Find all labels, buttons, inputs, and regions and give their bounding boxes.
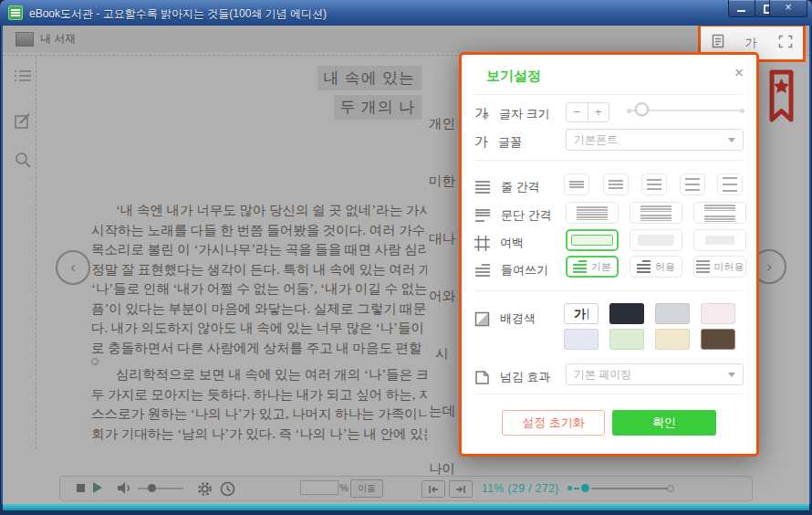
panel-title: 보기설정 <box>486 68 541 85</box>
flip-effect-select[interactable]: 기본 페이징 <box>566 363 744 385</box>
indent-option-disallow[interactable]: 미허용 <box>693 256 746 278</box>
minimize-icon <box>737 10 745 12</box>
minimize-button[interactable] <box>728 0 755 17</box>
indent-default-icon <box>573 260 587 274</box>
font-size-label: 글자 크기 <box>499 106 550 122</box>
divider <box>474 290 744 291</box>
view-settings-panel: 보기설정 × 가가 글자 크기 − + 가 글꼴 <box>459 52 759 457</box>
text-caret <box>588 309 588 320</box>
line-spacing-label: 줄 간격 <box>501 179 540 195</box>
font-settings-icon[interactable]: 가 <box>745 35 757 51</box>
slider-start-dot <box>627 109 631 113</box>
indent-label: 들여쓰기 <box>501 262 548 279</box>
divider <box>474 160 744 161</box>
slider-end-dot <box>740 109 744 113</box>
indent-option-default[interactable]: 기본 <box>566 256 619 278</box>
flip-effect-label: 넘김 효과 <box>500 369 551 385</box>
title-bar: eBook도서관 - 고요할수록 밝아지는 것들(100쇄 기념 에디션) × <box>0 0 812 26</box>
line-spacing-option-1[interactable] <box>564 173 589 195</box>
line-spacing-option-3[interactable] <box>641 173 667 195</box>
line-spacing-option-2[interactable] <box>603 173 629 195</box>
minus-icon[interactable]: − <box>567 103 588 121</box>
margin-label: 여백 <box>500 235 524 251</box>
bg-color-row-label: 배경색 <box>474 310 536 327</box>
bg-swatch-cream[interactable] <box>655 329 690 350</box>
font-size-slider-knob[interactable] <box>635 102 649 116</box>
indent-disallow-icon <box>696 260 710 274</box>
reset-settings-button[interactable]: 설정 초기화 <box>502 410 605 436</box>
margin-row-label: 여백 <box>474 235 524 251</box>
teal-strip <box>3 504 809 510</box>
bg-swatch-brown[interactable] <box>701 329 735 350</box>
indent-icon <box>474 263 491 278</box>
font-size-icon: 가가 <box>474 105 489 122</box>
bg-swatch-pink[interactable] <box>701 303 735 324</box>
window-title: eBook도서관 - 고요할수록 밝아지는 것들(100쇄 기념 에디션) <box>29 6 327 22</box>
font-size-row-label: 가가 글자 크기 <box>474 105 550 122</box>
divider <box>474 94 744 95</box>
indent-option-allow[interactable]: 허용 <box>630 256 682 278</box>
ebook-reader-window: eBook도서관 - 고요할수록 밝아지는 것들(100쇄 기념 에디션) × … <box>0 0 812 515</box>
confirm-button[interactable]: 확인 <box>612 410 716 436</box>
line-spacing-option-4[interactable] <box>680 173 705 195</box>
bg-swatch-white[interactable]: 가 <box>564 303 599 324</box>
font-size-slider[interactable] <box>628 110 744 111</box>
font-icon: 가 <box>474 133 488 151</box>
font-select-value: 기본폰트 <box>574 133 618 146</box>
close-icon: × <box>770 1 807 14</box>
fullscreen-icon[interactable] <box>778 35 793 52</box>
window-bottom-frame <box>0 504 812 515</box>
margin-option-1[interactable] <box>566 229 619 251</box>
font-label: 글꼴 <box>498 134 522 151</box>
page-flip-icon <box>474 370 490 385</box>
bg-color-label: 배경색 <box>500 310 536 327</box>
margin-option-2[interactable] <box>630 229 682 251</box>
flip-effect-row-label: 넘김 효과 <box>474 369 551 385</box>
indent-row-label: 들여쓰기 <box>474 262 548 279</box>
para-spacing-option-1[interactable] <box>566 202 619 224</box>
app-icon <box>8 5 23 20</box>
bg-swatch-green[interactable] <box>609 329 644 350</box>
plus-icon[interactable]: + <box>588 103 609 121</box>
bg-swatch-gray[interactable] <box>655 303 690 324</box>
para-spacing-row-label: 문단 간격 <box>474 207 552 224</box>
page-view-icon[interactable] <box>712 34 724 52</box>
close-window-button[interactable]: × <box>769 0 807 17</box>
line-spacing-row-label: 줄 간격 <box>474 179 540 195</box>
font-row-label: 가 글꼴 <box>474 133 522 151</box>
indent-allow-icon <box>637 260 651 274</box>
para-spacing-label: 문단 간격 <box>501 207 552 224</box>
para-spacing-option-2[interactable] <box>630 202 682 224</box>
bg-swatch-lavender[interactable] <box>564 329 599 350</box>
close-panel-icon[interactable]: × <box>734 64 744 82</box>
margin-option-3[interactable] <box>693 229 746 251</box>
margin-icon <box>474 236 490 251</box>
chevron-down-icon <box>728 373 735 377</box>
bg-swatch-dark[interactable] <box>609 303 644 324</box>
line-spacing-option-5[interactable] <box>717 173 743 195</box>
client-area: 내 서재 내 속에 있는 두 개의 나 ‘내 속엔 내가 너무도 많아 당신의 … <box>3 26 809 504</box>
flip-effect-value: 기본 페이징 <box>574 368 631 381</box>
divider <box>474 394 744 394</box>
line-spacing-icon <box>474 180 491 194</box>
chevron-down-icon <box>728 138 735 142</box>
font-select[interactable]: 기본폰트 <box>566 129 744 151</box>
para-spacing-icon <box>474 208 491 223</box>
para-spacing-option-3[interactable] <box>693 202 746 224</box>
bg-color-icon <box>474 311 490 327</box>
font-size-stepper[interactable]: − + <box>566 102 609 122</box>
